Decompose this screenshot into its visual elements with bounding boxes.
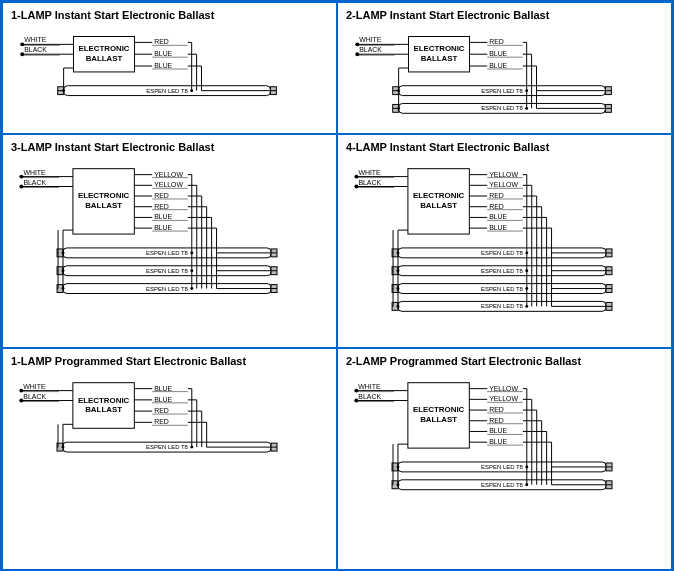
svg-point-287 (396, 465, 399, 468)
svg-text:ESPEN LED T8: ESPEN LED T8 (481, 250, 523, 256)
svg-text:BALLAST: BALLAST (421, 54, 458, 63)
svg-text:ESPEN LED T8: ESPEN LED T8 (146, 444, 188, 450)
svg-text:RED: RED (154, 203, 169, 210)
svg-text:BALLAST: BALLAST (420, 201, 457, 210)
svg-text:RED: RED (154, 407, 169, 414)
svg-text:BLACK: BLACK (358, 179, 381, 186)
svg-text:ELECTRONIC: ELECTRONIC (78, 396, 130, 405)
svg-text:BLUE: BLUE (489, 427, 507, 434)
svg-text:ESPEN LED T8: ESPEN LED T8 (481, 464, 523, 470)
svg-point-115 (62, 251, 65, 254)
svg-text:ESPEN LED T8: ESPEN LED T8 (146, 268, 188, 274)
svg-text:BLUE: BLUE (489, 62, 507, 69)
svg-point-63 (397, 107, 400, 110)
svg-point-24 (62, 89, 65, 92)
svg-text:ELECTRONIC: ELECTRONIC (413, 405, 465, 414)
svg-text:WHITE: WHITE (359, 36, 382, 43)
svg-text:BLACK: BLACK (358, 393, 381, 400)
svg-text:ELECTRONIC: ELECTRONIC (413, 44, 464, 53)
svg-point-207 (525, 287, 528, 290)
svg-point-138 (190, 287, 193, 290)
svg-text:BLACK: BLACK (359, 46, 382, 53)
svg-text:BLUE: BLUE (489, 213, 507, 220)
svg-point-136 (190, 269, 193, 272)
wiring-svg: ELECTRONICBALLASTWHITEBLACKREDBLUEBLUEES… (338, 3, 671, 133)
wiring-svg: ELECTRONICBALLASTWHITEBLACKYELLOWYELLOWR… (338, 349, 671, 570)
svg-text:WHITE: WHITE (23, 169, 46, 176)
wiring-svg: ELECTRONICBALLASTWHITEBLACKYELLOWYELLOWR… (338, 135, 671, 347)
svg-text:YELLOW: YELLOW (489, 385, 518, 392)
diagram-cell-0: 1-LAMP Instant Start Electronic BallastE… (2, 2, 337, 134)
svg-point-182 (397, 251, 400, 254)
svg-text:BALLAST: BALLAST (86, 54, 123, 63)
diagram-cell-3: 4-LAMP Instant Start Electronic BallastE… (337, 134, 672, 348)
svg-text:BLUE: BLUE (154, 62, 172, 69)
svg-text:WHITE: WHITE (358, 169, 381, 176)
svg-point-72 (525, 89, 528, 92)
svg-text:RED: RED (489, 192, 504, 199)
svg-text:YELLOW: YELLOW (154, 181, 183, 188)
wiring-svg: ELECTRONICBALLASTWHITEBLACKREDBLUEBLUEES… (3, 3, 336, 133)
svg-point-203 (525, 251, 528, 254)
svg-text:ESPEN LED T8: ESPEN LED T8 (146, 250, 188, 256)
svg-point-184 (397, 269, 400, 272)
diagram-cell-1: 2-LAMP Instant Start Electronic BallastE… (337, 2, 672, 134)
svg-point-249 (190, 446, 193, 449)
svg-text:BLACK: BLACK (24, 46, 47, 53)
svg-point-33 (190, 89, 193, 92)
svg-point-209 (525, 305, 528, 308)
svg-text:WHITE: WHITE (24, 36, 47, 43)
svg-text:YELLOW: YELLOW (489, 181, 518, 188)
svg-text:YELLOW: YELLOW (489, 171, 518, 178)
svg-text:WHITE: WHITE (23, 383, 46, 390)
svg-text:RED: RED (489, 406, 504, 413)
diagram-cell-4: 1-LAMP Programmed Start Electronic Balla… (2, 348, 337, 571)
svg-text:BALLAST: BALLAST (85, 405, 122, 414)
wiring-svg: ELECTRONICBALLASTWHITEBLACKYELLOWYELLOWR… (3, 135, 336, 347)
svg-text:ESPEN LED T8: ESPEN LED T8 (146, 88, 188, 94)
svg-text:ELECTRONIC: ELECTRONIC (78, 44, 129, 53)
svg-point-134 (190, 251, 193, 254)
wiring-diagram-sheet: 1-LAMP Instant Start Electronic BallastE… (0, 0, 674, 571)
svg-text:ESPEN LED T8: ESPEN LED T8 (481, 88, 523, 94)
svg-text:BLACK: BLACK (23, 393, 46, 400)
svg-text:RED: RED (489, 203, 504, 210)
svg-text:BLUE: BLUE (154, 213, 172, 220)
svg-text:BLUE: BLUE (489, 224, 507, 231)
svg-text:ESPEN LED T8: ESPEN LED T8 (481, 482, 523, 488)
svg-text:YELLOW: YELLOW (489, 395, 518, 402)
diagram-cell-2: 3-LAMP Instant Start Electronic BallastE… (2, 134, 337, 348)
svg-point-61 (397, 89, 400, 92)
svg-point-117 (62, 269, 65, 272)
svg-text:BALLAST: BALLAST (85, 201, 122, 210)
svg-text:ELECTRONIC: ELECTRONIC (78, 191, 130, 200)
svg-text:BLUE: BLUE (489, 438, 507, 445)
svg-text:BLUE: BLUE (154, 385, 172, 392)
svg-text:BLUE: BLUE (489, 50, 507, 57)
svg-text:RED: RED (489, 417, 504, 424)
svg-point-306 (525, 483, 528, 486)
svg-text:BALLAST: BALLAST (420, 415, 457, 424)
svg-point-186 (397, 287, 400, 290)
wiring-svg: ELECTRONICBALLASTWHITEBLACKBLUEBLUEREDRE… (3, 349, 336, 570)
svg-text:ESPEN LED T8: ESPEN LED T8 (146, 286, 188, 292)
svg-text:YELLOW: YELLOW (154, 171, 183, 178)
svg-text:ELECTRONIC: ELECTRONIC (413, 191, 465, 200)
svg-text:RED: RED (489, 38, 504, 45)
svg-text:ESPEN LED T8: ESPEN LED T8 (481, 303, 523, 309)
svg-text:BLUE: BLUE (154, 50, 172, 57)
svg-text:ESPEN LED T8: ESPEN LED T8 (481, 286, 523, 292)
diagram-grid: 1-LAMP Instant Start Electronic BallastE… (2, 2, 672, 569)
diagram-cell-5: 2-LAMP Programmed Start Electronic Balla… (337, 348, 672, 571)
svg-text:RED: RED (154, 418, 169, 425)
svg-text:WHITE: WHITE (358, 383, 381, 390)
svg-point-289 (396, 483, 399, 486)
svg-text:BLACK: BLACK (23, 179, 46, 186)
svg-text:BLUE: BLUE (154, 224, 172, 231)
svg-point-205 (525, 269, 528, 272)
svg-text:ESPEN LED T8: ESPEN LED T8 (481, 105, 523, 111)
svg-point-188 (397, 305, 400, 308)
svg-text:ESPEN LED T8: ESPEN LED T8 (481, 268, 523, 274)
svg-text:RED: RED (154, 192, 169, 199)
svg-point-304 (525, 465, 528, 468)
